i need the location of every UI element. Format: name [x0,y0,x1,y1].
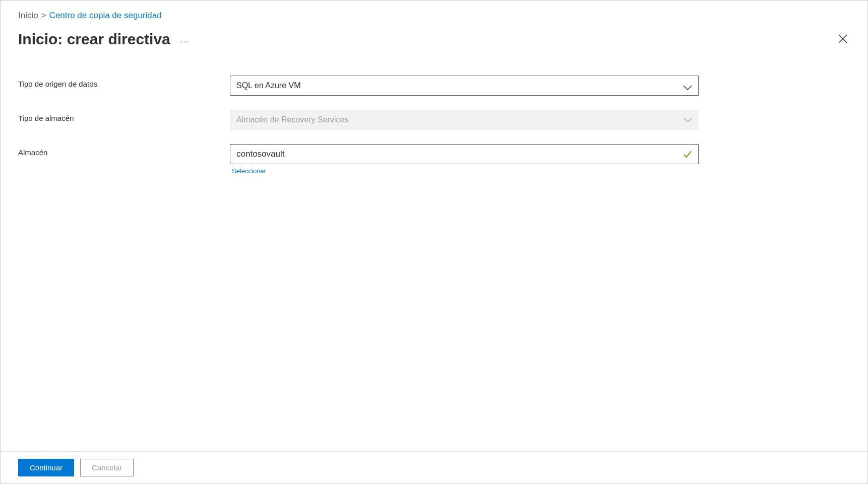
breadcrumb-separator: > [41,11,46,21]
more-actions-button[interactable]: ··· [180,32,189,46]
continue-button[interactable]: Continuar [18,459,74,476]
close-icon [838,34,848,44]
cancel-button[interactable]: Cancelar [80,459,134,476]
vault-value: contosovault [236,149,284,159]
vault-type-select: Almacén de Recovery Services [230,110,699,130]
breadcrumb: Inicio > Centro de copia de seguridad [18,11,850,21]
footer: Continuar Cancelar [1,451,867,483]
vault-select-link[interactable]: Seleccionar [232,167,266,175]
vault-type-value: Almacén de Recovery Services [236,115,348,124]
page-title: Inicio: crear directiva [18,31,170,48]
datasource-type-label: Tipo de origen de datos [18,76,230,88]
datasource-type-select[interactable]: SQL en Azure VM [230,76,699,96]
check-icon [683,150,692,159]
vault-input[interactable]: contosovault [230,144,699,164]
vault-label: Almacén [18,144,230,157]
breadcrumb-backup-center-link[interactable]: Centro de copia de seguridad [49,11,162,21]
close-button[interactable] [836,32,850,47]
vault-type-label: Tipo de almacén [18,110,230,122]
breadcrumb-home[interactable]: Inicio [18,11,38,21]
datasource-type-value: SQL en Azure VM [236,81,300,90]
chevron-down-icon [683,83,692,88]
chevron-down-icon [677,114,692,125]
